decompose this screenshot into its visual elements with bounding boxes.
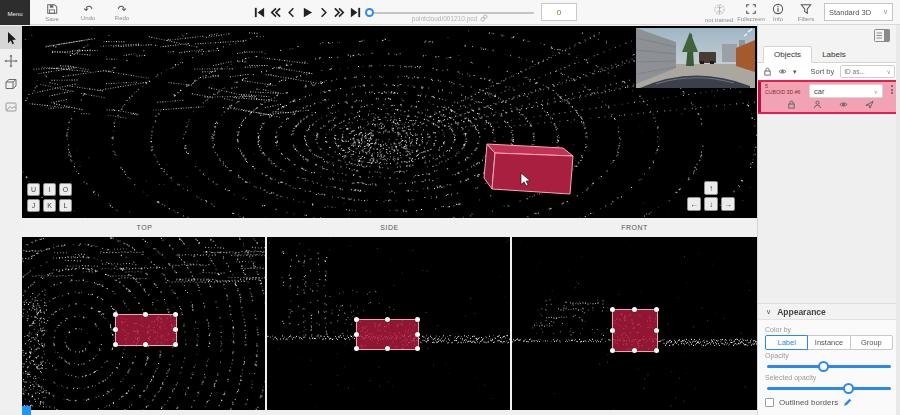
- arrow-left-button[interactable]: ←: [687, 197, 701, 211]
- resize-handle[interactable]: [173, 342, 178, 347]
- skip-first-button[interactable]: [252, 2, 267, 22]
- side-view-label: SIDE: [267, 219, 512, 237]
- save-button[interactable]: Save: [36, 1, 68, 24]
- selected-opacity-slider[interactable]: [767, 383, 891, 394]
- lock-icon[interactable]: [787, 100, 796, 109]
- resize-handle[interactable]: [113, 342, 118, 347]
- play-button[interactable]: [300, 2, 315, 22]
- skip-last-icon: [349, 6, 362, 19]
- select-tool-button[interactable]: [0, 26, 22, 49]
- pointer-icon: [4, 31, 18, 45]
- scene-tool-button[interactable]: [0, 95, 22, 118]
- resize-handle[interactable]: [610, 307, 615, 312]
- selected-cuboid-3d[interactable]: [462, 131, 602, 218]
- resize-handle[interactable]: [354, 346, 359, 351]
- locate-icon[interactable]: [865, 100, 874, 109]
- arrow-up-button[interactable]: ↑: [704, 181, 718, 195]
- pan-arrows: ↑ ← ↓ →: [687, 181, 737, 213]
- undo-button[interactable]: ↶ Undo: [72, 1, 104, 24]
- resize-handle[interactable]: [113, 327, 118, 332]
- resize-handle[interactable]: [654, 307, 659, 312]
- hotkey-k-button[interactable]: K: [43, 199, 56, 212]
- cuboid-rect-side[interactable]: [356, 319, 419, 350]
- resize-handle[interactable]: [143, 312, 148, 317]
- frame-counter-input[interactable]: [541, 3, 577, 21]
- side-ortho-view[interactable]: [267, 237, 510, 410]
- hotkey-l-button[interactable]: L: [59, 199, 72, 212]
- resize-handle[interactable]: [113, 312, 118, 317]
- lock-all-icon[interactable]: [763, 67, 772, 76]
- outlined-borders-label: Outlined borders: [779, 398, 838, 407]
- filename: pointcloud/001210.pcd: [366, 14, 534, 22]
- camera-thumbnail[interactable]: [636, 28, 755, 88]
- hotkey-u-button[interactable]: U: [27, 183, 40, 196]
- collapse-panel-icon[interactable]: [874, 29, 890, 42]
- front-ortho-view[interactable]: [512, 237, 757, 410]
- resize-handle[interactable]: [143, 342, 148, 347]
- sort-select-value: ID as...: [844, 68, 886, 75]
- fullscreen-button[interactable]: Fullscreen: [737, 1, 765, 24]
- outlined-borders-checkbox[interactable]: [765, 398, 774, 407]
- cuboid-rect-top[interactable]: [115, 314, 177, 346]
- resize-handle[interactable]: [610, 328, 615, 333]
- color-by-group-button[interactable]: Group: [850, 335, 893, 350]
- resize-handle[interactable]: [415, 332, 420, 337]
- resize-handle[interactable]: [385, 346, 390, 351]
- resize-handle[interactable]: [415, 346, 420, 351]
- mode-select[interactable]: Standard 3D ∨: [824, 3, 893, 21]
- hotkey-i-button[interactable]: I: [43, 183, 56, 196]
- appearance-header[interactable]: ∨ Appearance: [758, 304, 900, 320]
- skip-last-button[interactable]: [348, 2, 363, 22]
- redo-button[interactable]: ↷ Redo: [106, 1, 138, 24]
- opacity-slider-thumb[interactable]: [818, 361, 829, 372]
- filters-button[interactable]: Filters: [792, 1, 820, 24]
- cuboid-rect-front[interactable]: [612, 309, 658, 352]
- resize-handle[interactable]: [385, 317, 390, 322]
- color-by-instance-button[interactable]: Instance: [807, 335, 850, 350]
- hotkey-o-button[interactable]: O: [59, 183, 72, 196]
- resize-handle[interactable]: [354, 317, 359, 322]
- main-3d-view[interactable]: U I O J K L ↑ ← ↓ →: [22, 26, 757, 218]
- tab-objects[interactable]: Objects: [763, 46, 812, 63]
- object-class-select[interactable]: car ∨: [809, 84, 883, 98]
- next-frame-button[interactable]: [316, 2, 331, 22]
- fast-rewind-button[interactable]: [268, 2, 283, 22]
- arrow-right-button[interactable]: →: [721, 197, 735, 211]
- resize-handle[interactable]: [173, 312, 178, 317]
- resize-handle[interactable]: [610, 348, 615, 353]
- person-icon[interactable]: [813, 100, 822, 109]
- expand-all-icon[interactable]: ▾: [793, 68, 797, 76]
- objects-sidebar: Objects Labels ▾ Sort by ID as... ∨ 5 CU…: [757, 25, 900, 415]
- resize-handle[interactable]: [632, 348, 637, 353]
- object-card-car[interactable]: 5 CUBOID 3D #6 car ∨: [758, 80, 900, 114]
- top-ortho-view[interactable]: [22, 237, 265, 410]
- color-by-label-button[interactable]: Label: [765, 335, 808, 350]
- sort-select[interactable]: ID as... ∨: [840, 65, 895, 78]
- undo-label: Undo: [81, 15, 95, 21]
- hotkey-j-button[interactable]: J: [27, 199, 40, 212]
- link-icon[interactable]: [480, 14, 488, 22]
- fast-forward-button[interactable]: [332, 2, 347, 22]
- object-menu-button[interactable]: [888, 83, 896, 94]
- sidebar-scrollbar[interactable]: [896, 25, 900, 415]
- info-button[interactable]: Info: [765, 1, 791, 24]
- visibility-all-icon[interactable]: [778, 67, 787, 76]
- menu-button[interactable]: Menu: [0, 0, 30, 25]
- resize-handle[interactable]: [654, 348, 659, 353]
- arrow-down-button[interactable]: ↓: [704, 197, 718, 211]
- pan-tool-button[interactable]: [0, 49, 22, 72]
- playback-controls: [252, 2, 363, 22]
- resize-handle[interactable]: [654, 328, 659, 333]
- visibility-icon[interactable]: [839, 100, 848, 109]
- tab-labels[interactable]: Labels: [812, 47, 856, 62]
- resize-handle[interactable]: [173, 327, 178, 332]
- resize-handle[interactable]: [415, 317, 420, 322]
- prev-frame-button[interactable]: [284, 2, 299, 22]
- edit-pencil-icon[interactable]: [843, 398, 852, 407]
- selected-opacity-slider-thumb[interactable]: [843, 383, 854, 394]
- resize-handle[interactable]: [632, 307, 637, 312]
- opacity-slider[interactable]: [767, 361, 891, 372]
- resize-handle[interactable]: [354, 332, 359, 337]
- cuboid-tool-button[interactable]: [0, 72, 22, 95]
- model-status-button[interactable]: not trained: [701, 1, 737, 24]
